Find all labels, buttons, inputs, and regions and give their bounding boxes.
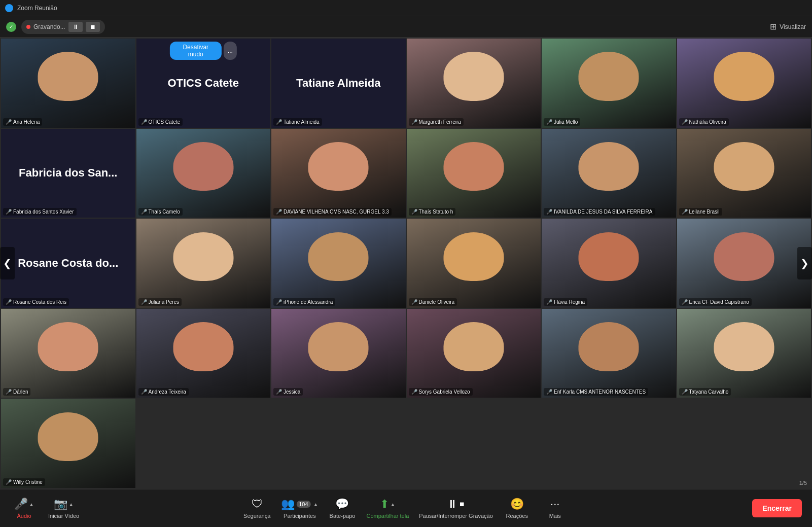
participant-name: Andreza Teixeira: [149, 389, 186, 395]
participant-name: Rosane Costa dos Reis: [13, 299, 66, 305]
reactions-button[interactable]: 😊 Reações: [503, 498, 531, 519]
participant-name: Nathália Oliveira: [689, 119, 726, 125]
participant-name: Fabricia dos Santos Xavier: [13, 209, 74, 215]
participant-tile[interactable]: 🎤Leilane Brasil: [677, 129, 811, 218]
grid-view-icon: ⊞: [770, 22, 776, 31]
participants-button[interactable]: 👥 104 ▲ Participantes: [281, 498, 318, 519]
more-button[interactable]: ··· Mais: [541, 498, 569, 519]
participant-tile[interactable]: 🎤Enf Karla CMS ANTENOR NASCENTES: [542, 309, 676, 398]
participant-name: iPhone de Alessandra: [284, 299, 333, 305]
recording-label: Gravando...: [33, 23, 65, 30]
stop-recording-btn[interactable]: ⏹: [86, 22, 100, 32]
audio-button[interactable]: 🎤 ▲ Áudio: [10, 498, 38, 519]
mic-off-icon: 🎤: [276, 389, 282, 395]
display-name-text: Tatiane Almeida: [296, 77, 380, 90]
participant-tile[interactable]: 🎤Erica CF David Capistrano: [677, 219, 811, 308]
participant-name: Flávia Regina: [554, 299, 585, 305]
mic-off-icon: 🎤: [6, 299, 12, 305]
top-toolbar: ✓ Gravando... ⏸ ⏹ ⊞ Visualizar: [0, 16, 812, 38]
participant-name: Thaís Camelo: [149, 209, 180, 215]
mic-off-icon: 🎤: [546, 119, 552, 125]
mic-off-icon: 🎤: [682, 389, 688, 395]
participant-tile[interactable]: Tatiane Almeida🎤Tatiane Almeida: [271, 39, 406, 128]
participant-name: Erica CF David Capistrano: [689, 299, 749, 305]
participant-name: Dárlen: [13, 389, 28, 395]
participant-tile[interactable]: 🎤Thaís Camelo: [136, 129, 271, 218]
participant-tile[interactable]: 🎤Jessica: [271, 309, 406, 398]
audio-caret: ▲: [29, 502, 34, 507]
share-screen-button[interactable]: ⬆ ▲ Compartilhar tela: [366, 498, 409, 519]
participant-name: DAVIANE VILHENA CMS NASC, GURGEL 3.3: [284, 209, 389, 215]
app-title: Zoom Reunião: [17, 5, 57, 12]
participant-name-tag: 🎤Dárlen: [3, 388, 30, 396]
participant-tile[interactable]: Rosane Costa do...🎤Rosane Costa dos Reis: [1, 219, 135, 308]
video-icon: 📷: [54, 498, 67, 511]
unmute-button[interactable]: Desativar mudo: [170, 42, 222, 60]
participant-name-tag: 🎤Enf Karla CMS ANTENOR NASCENTES: [544, 388, 648, 396]
mic-off-icon: 🎤: [6, 209, 12, 215]
participant-tile[interactable]: 🎤Julia Mello: [542, 39, 676, 128]
participant-tile[interactable]: 🎤Willy Cristine: [1, 399, 135, 488]
participant-name-tag: 🎤Daniele Oliveira: [409, 298, 457, 306]
video-caret: ▲: [68, 502, 74, 507]
participant-tile[interactable]: 🎤Daniele Oliveira: [407, 219, 541, 308]
pause-recording-btn[interactable]: ⏸: [68, 22, 83, 32]
participant-name-tag: 🎤Erica CF David Capistrano: [679, 298, 752, 306]
participant-tile[interactable]: 🎤Sorys Gabriela Vellozo: [407, 309, 541, 398]
chat-button[interactable]: 💬 Bate-papo: [328, 498, 356, 519]
security-button[interactable]: 🛡 Segurança: [243, 498, 271, 519]
participant-name: Tatiane Almeida: [284, 119, 320, 125]
main-area: ❮ 1/5 🎤Ana HelenaDesativar mudo...OTICS …: [0, 38, 812, 489]
bottom-bar-center: 🛡 Segurança 👥 104 ▲ Participantes 💬 Bate…: [243, 498, 569, 519]
participant-tile[interactable]: 🎤Flávia Regina: [542, 219, 676, 308]
mic-off-icon: 🎤: [141, 119, 147, 125]
participant-name: Thaís Statuto h: [419, 209, 453, 215]
view-button[interactable]: ⊞ Visualizar: [770, 22, 806, 31]
nav-arrow-left[interactable]: ❮: [0, 247, 15, 279]
security-shield-icon: ✓: [6, 22, 16, 32]
participant-tile[interactable]: 🎤Andreza Teixeira: [136, 309, 271, 398]
participant-tile[interactable]: 🎤DAVIANE VILHENA CMS NASC, GURGEL 3.3: [271, 129, 406, 218]
participant-tile[interactable]: 🎤Dárlen: [1, 309, 135, 398]
participant-tile[interactable]: 🎤Juliana Peres: [136, 219, 271, 308]
nav-arrow-right[interactable]: ❯: [797, 247, 812, 279]
security-icon: 🛡: [252, 498, 263, 511]
toolbar-left: ✓ Gravando... ⏸ ⏹: [6, 20, 770, 34]
end-meeting-button[interactable]: Encerrar: [752, 499, 802, 517]
participant-tile[interactable]: 🎤Nathália Oliveira: [677, 39, 811, 128]
recording-badge[interactable]: Gravando... ⏸ ⏹: [21, 20, 105, 34]
tile-more-button[interactable]: ...: [224, 42, 237, 60]
participant-tile[interactable]: Fabricia dos San...🎤Fabricia dos Santos …: [1, 129, 135, 218]
participant-name: Sorys Gabriela Vellozo: [419, 389, 470, 395]
bottom-bar: 🎤 ▲ Áudio 📷 ▲ Iniciar Vídeo 🛡 Segurança …: [0, 489, 812, 527]
participant-name-tag: 🎤Thaís Camelo: [138, 208, 183, 216]
participant-tile[interactable]: 🎤Margareth Ferreira: [407, 39, 541, 128]
participant-name: IVANILDA DE JESUS DA SILVA FERREIRA: [554, 209, 653, 215]
mic-off-icon: 🎤: [411, 119, 417, 125]
participant-tile[interactable]: Desativar mudo...OTICS Catete🎤OTICS Cate…: [136, 39, 271, 128]
participant-tile[interactable]: 🎤IVANILDA DE JESUS DA SILVA FERREIRA: [542, 129, 676, 218]
participant-grid: 🎤Ana HelenaDesativar mudo...OTICS Catete…: [0, 38, 812, 489]
mic-off-icon: 🎤: [276, 209, 282, 215]
share-icon: ⬆: [380, 498, 389, 511]
participant-tile[interactable]: 🎤iPhone de Alessandra: [271, 219, 406, 308]
mic-off-icon: 🎤: [546, 209, 552, 215]
participant-name: Jessica: [284, 389, 300, 395]
mic-off-icon: 🎤: [411, 299, 417, 305]
audio-label: Áudio: [17, 513, 31, 519]
participant-name-tag: 🎤Fabricia dos Santos Xavier: [3, 208, 77, 216]
mic-off-icon: 🎤: [411, 389, 417, 395]
pause-record-label: Pausar/Interromper Gravação: [419, 513, 493, 519]
participant-tile[interactable]: 🎤Tatyana Carvalho: [677, 309, 811, 398]
more-icon: ···: [550, 498, 559, 511]
tile-button-row: Desativar mudo...: [170, 42, 237, 60]
pause-icon: ⏸: [447, 498, 458, 511]
participant-tile[interactable]: 🎤Thaís Statuto h: [407, 129, 541, 218]
participants-caret: ▲: [313, 502, 319, 507]
mic-off-icon: 🎤: [141, 209, 147, 215]
pause-record-button[interactable]: ⏸ ⏹ Pausar/Interromper Gravação: [419, 498, 493, 519]
view-label: Visualizar: [780, 23, 806, 30]
participant-tile[interactable]: 🎤Ana Helena: [1, 39, 135, 128]
participant-name-tag: 🎤Leilane Brasil: [679, 208, 722, 216]
video-button[interactable]: 📷 ▲ Iniciar Vídeo: [48, 498, 79, 519]
